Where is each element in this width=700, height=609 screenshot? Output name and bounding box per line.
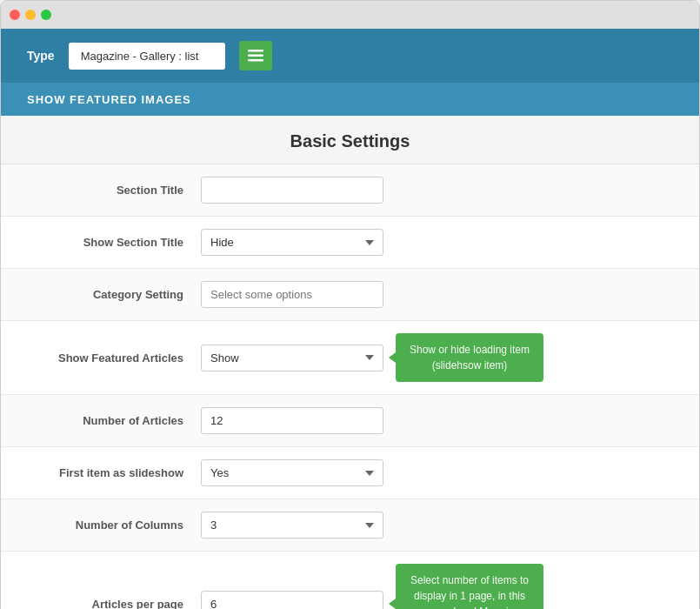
svg-rect-2 xyxy=(248,59,263,62)
show-featured-select[interactable]: Show Hide xyxy=(201,345,383,371)
section-heading: Basic Settings xyxy=(1,116,699,164)
label-section-title: Section Title xyxy=(27,184,201,197)
num-articles-input[interactable] xyxy=(201,407,383,434)
label-first-item-slideshow: First item as slideshow xyxy=(27,466,201,479)
menu-icon xyxy=(248,48,263,64)
articles-per-page-tooltip: Select number of items to display in 1 p… xyxy=(396,564,543,609)
show-section-title-select[interactable]: Hide Show xyxy=(201,229,383,256)
label-category-setting: Category Setting xyxy=(27,288,201,301)
form-row-section-title: Section Title xyxy=(1,164,699,217)
first-item-slideshow-select[interactable]: Yes No xyxy=(201,459,383,486)
form-row-show-featured: Show Featured Articles Show Hide Show or… xyxy=(1,321,699,395)
num-columns-select[interactable]: 1 2 3 4 xyxy=(201,512,383,539)
form-row-show-section-title: Show Section Title Hide Show xyxy=(1,217,699,269)
sub-header-text: SHOW FEATURED IMAGES xyxy=(27,93,191,106)
type-dropdown-display[interactable]: Magazine - Gallery : list xyxy=(69,43,225,70)
content-area: Basic Settings Section Title Show Sectio… xyxy=(1,116,699,609)
form-row-articles-per-page: Articles per page Select number of items… xyxy=(1,552,699,609)
type-label: Type xyxy=(27,49,55,63)
label-articles-per-page: Articles per page xyxy=(27,598,201,610)
form-row-num-columns: Number of Columns 1 2 3 4 xyxy=(1,499,699,552)
label-num-columns: Number of Columns xyxy=(27,519,201,532)
featured-tooltip: Show or hide loading item (slidehsow ite… xyxy=(396,333,543,382)
close-button[interactable] xyxy=(10,10,20,20)
top-bar: Type Magazine - Gallery : list xyxy=(1,29,699,83)
title-bar xyxy=(1,1,699,29)
form-row-num-articles: Number of Articles xyxy=(1,395,699,447)
category-setting-input[interactable] xyxy=(201,281,383,308)
label-num-articles: Number of Articles xyxy=(27,414,201,427)
articles-per-page-input[interactable] xyxy=(201,591,383,610)
form-row-first-item-slideshow: First item as slideshow Yes No xyxy=(1,447,699,499)
section-title-input[interactable] xyxy=(201,177,383,204)
maximize-button[interactable] xyxy=(41,10,51,20)
sub-header: SHOW FEATURED IMAGES xyxy=(1,83,699,116)
menu-button[interactable] xyxy=(239,41,272,70)
form-row-category-setting: Category Setting xyxy=(1,269,699,321)
label-show-featured: Show Featured Articles xyxy=(27,351,201,365)
label-show-section-title: Show Section Title xyxy=(27,236,201,249)
svg-rect-0 xyxy=(248,50,263,52)
minimize-button[interactable] xyxy=(25,10,36,20)
svg-rect-1 xyxy=(248,55,263,57)
